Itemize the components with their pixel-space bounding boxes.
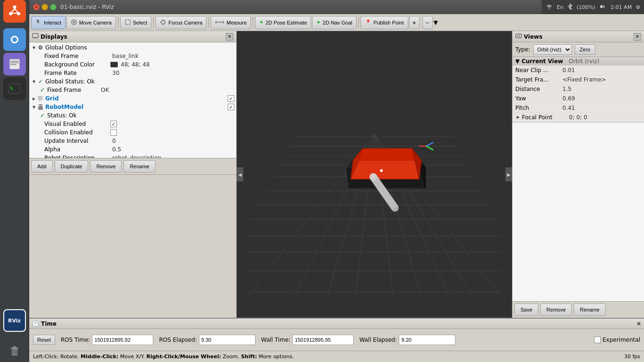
tree-update-interval[interactable]: Update Interval 0 bbox=[29, 137, 236, 145]
remove-display-button[interactable]: Remove bbox=[90, 160, 122, 173]
close-button[interactable]: ✕ bbox=[33, 4, 40, 10]
tree-status-fixed-frame[interactable]: ✓ Fixed Frame OK bbox=[29, 86, 236, 94]
right-arrow-button[interactable]: ▶ bbox=[505, 167, 512, 181]
time-close-button[interactable]: ✕ bbox=[636, 321, 641, 327]
remove-view-button[interactable]: Remove bbox=[540, 304, 572, 316]
pose-estimate-button[interactable]: ✦ 2D Pose Estimate bbox=[255, 16, 311, 29]
views-type-select[interactable]: Orbit (rviz) bbox=[533, 44, 572, 55]
gear-icon: ⚙ bbox=[37, 44, 44, 51]
tree-fixed-frame[interactable]: Fixed Frame base_link bbox=[29, 52, 236, 60]
ubuntu-icon[interactable] bbox=[3, 0, 26, 23]
time-reset-button[interactable]: Reset bbox=[33, 335, 55, 345]
views-distance[interactable]: Distance 1.5 bbox=[512, 84, 644, 94]
tree-frame-rate[interactable]: Frame Rate 30 bbox=[29, 69, 236, 77]
display-panel-icon bbox=[32, 33, 39, 41]
wall-time-input[interactable] bbox=[292, 335, 354, 345]
wifi-icon bbox=[545, 3, 553, 12]
maximize-button[interactable] bbox=[50, 4, 57, 10]
grid-checkbox[interactable]: ✓ bbox=[228, 95, 234, 102]
svg-text:$_: $_ bbox=[10, 86, 15, 90]
ros-time-input[interactable] bbox=[92, 335, 153, 345]
svg-point-6 bbox=[12, 37, 17, 42]
tree-visual-enabled[interactable]: Visual Enabled ✓ bbox=[29, 120, 236, 128]
views-panel-icon bbox=[515, 33, 522, 41]
nav-goal-button[interactable]: ✦ 2D Nav Goal bbox=[312, 16, 356, 29]
svg-point-41 bbox=[41, 105, 42, 106]
svg-rect-22 bbox=[125, 20, 130, 25]
battery-label: (100%) bbox=[577, 4, 595, 10]
views-target-frame[interactable]: Target Fra... <Fixed Frame> bbox=[512, 75, 644, 84]
views-near-clip[interactable]: Near Clip ... 0.01 bbox=[512, 66, 644, 75]
type-label: Type: bbox=[515, 46, 530, 53]
tree-robot-desc[interactable]: Robot Description robot_description bbox=[29, 154, 236, 158]
tree-grid[interactable]: ▶ Grid ✓ bbox=[29, 94, 236, 103]
ros-elapsed-label: ROS Elapsed: bbox=[159, 337, 197, 343]
3d-scene bbox=[247, 42, 502, 306]
visual-enabled-checkbox[interactable]: ✓ bbox=[110, 121, 117, 127]
status-hint: Left-Click: Rotate. Middle-Click: Move X… bbox=[33, 354, 294, 360]
chromium-icon[interactable] bbox=[3, 28, 26, 51]
views-focal-point[interactable]: ▶ Focal Point 0; 0; 0 bbox=[512, 113, 644, 122]
move-camera-button[interactable]: Move Camera bbox=[66, 16, 116, 29]
minus-button[interactable]: ─ bbox=[422, 16, 433, 29]
tree-bg-color[interactable]: Background Color 48; 48; 48 bbox=[29, 60, 236, 69]
trash-icon[interactable] bbox=[3, 339, 26, 362]
current-view-type: Orbit (rviz) bbox=[569, 58, 599, 65]
views-type-row: Type: Orbit (rviz) Zero bbox=[512, 42, 644, 57]
measure-button[interactable]: Measure bbox=[211, 16, 251, 29]
collision-enabled-checkbox[interactable] bbox=[110, 129, 117, 136]
grid-icon bbox=[37, 95, 44, 102]
views-buttons: Save Remove Rename bbox=[512, 301, 644, 318]
publish-point-button[interactable]: 📍 Publish Point bbox=[361, 16, 408, 29]
zero-button[interactable]: Zero bbox=[575, 44, 596, 55]
views-pitch[interactable]: Pitch 0.41 bbox=[512, 103, 644, 113]
experimental-checkbox[interactable] bbox=[594, 337, 601, 343]
separator-2 bbox=[153, 17, 154, 28]
terminal-icon[interactable]: $_ bbox=[3, 77, 26, 100]
svg-marker-72 bbox=[353, 148, 421, 160]
content-area: Displays ✕ ▼ ⚙ Global Options Fixed Fram… bbox=[29, 31, 644, 318]
select-button[interactable]: Select bbox=[120, 16, 152, 29]
views-close-button[interactable]: ✕ bbox=[634, 33, 641, 41]
rviz-icon[interactable]: RViz bbox=[3, 309, 26, 332]
tree-collision-enabled[interactable]: Collision Enabled bbox=[29, 128, 236, 137]
rename-display-button[interactable]: Rename bbox=[124, 160, 156, 173]
ros-elapsed-input[interactable] bbox=[199, 335, 256, 345]
robotmodel-checkbox[interactable]: ✓ bbox=[228, 104, 234, 110]
save-view-button[interactable]: Save bbox=[514, 304, 538, 316]
files-icon[interactable] bbox=[3, 53, 26, 75]
tree-robot-status[interactable]: ✓ Status: Ok bbox=[29, 111, 236, 120]
displays-close-button[interactable]: ✕ bbox=[226, 33, 233, 41]
interact-button[interactable]: Interact bbox=[31, 16, 66, 29]
add-toolbar-button[interactable]: + bbox=[409, 16, 420, 29]
svg-point-1 bbox=[13, 6, 16, 9]
svg-point-23 bbox=[161, 20, 165, 24]
time-panel-header: 🕐 Time ✕ bbox=[29, 319, 644, 329]
wall-time-field: Wall Time: bbox=[261, 335, 354, 345]
minimize-button[interactable] bbox=[41, 4, 48, 10]
duplicate-display-button[interactable]: Duplicate bbox=[55, 160, 89, 173]
views-header: Views ✕ bbox=[512, 31, 644, 42]
displays-tree: ▼ ⚙ Global Options Fixed Frame base_link… bbox=[29, 42, 236, 158]
add-display-button[interactable]: Add bbox=[31, 160, 53, 173]
views-yaw[interactable]: Yaw 0.69 bbox=[512, 94, 644, 103]
tree-global-status[interactable]: ▼ ✓ Global Status: Ok bbox=[29, 77, 236, 86]
displays-title: Displays bbox=[41, 33, 67, 40]
tree-alpha[interactable]: Alpha 0.5 bbox=[29, 145, 236, 154]
focus-camera-button[interactable]: Focus Camera bbox=[156, 16, 206, 29]
tree-robotmodel[interactable]: ▼ RobotModel ✓ bbox=[29, 103, 236, 111]
experimental-label: Experimental bbox=[603, 337, 640, 343]
rename-view-button[interactable]: Rename bbox=[574, 304, 606, 316]
svg-rect-9 bbox=[10, 63, 19, 64]
svg-rect-31 bbox=[33, 33, 38, 38]
tree-global-options[interactable]: ▼ ⚙ Global Options bbox=[29, 43, 236, 52]
systray: En (100%) 2:01 AM ⚙ bbox=[542, 0, 644, 14]
current-view-header[interactable]: ▼ Current View Orbit (rviz) bbox=[512, 57, 644, 66]
time-content: Reset ROS Time: ROS Elapsed: Wall Time: … bbox=[29, 329, 644, 351]
viewport[interactable]: ◀ ▶ bbox=[237, 31, 512, 318]
wall-elapsed-input[interactable] bbox=[399, 335, 455, 345]
left-arrow-button[interactable]: ◀ bbox=[237, 167, 243, 181]
ros-elapsed-field: ROS Elapsed: bbox=[159, 335, 255, 345]
svg-marker-73 bbox=[351, 160, 421, 179]
separator-3 bbox=[208, 17, 209, 28]
